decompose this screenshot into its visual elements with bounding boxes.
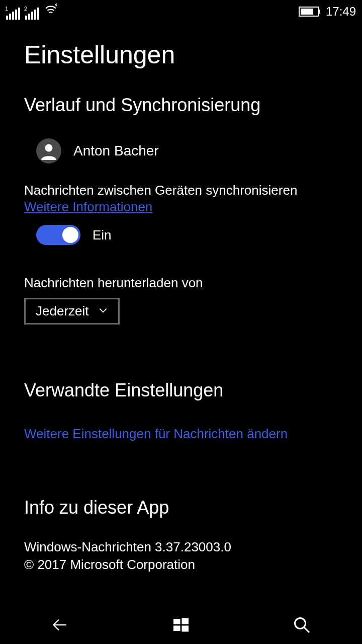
sync-toggle-label: Ein — [93, 227, 112, 243]
signal-sim1-icon: 1 — [6, 8, 20, 20]
battery-icon — [299, 7, 319, 17]
download-select-value: Jederzeit — [36, 303, 89, 319]
chevron-down-icon — [98, 303, 108, 319]
more-info-link[interactable]: Weitere Informationen — [24, 199, 152, 215]
svg-point-0 — [45, 144, 53, 152]
history-section-title: Verlauf und Synchronisierung — [24, 95, 338, 116]
related-section-title: Verwandte Einstellungen — [24, 380, 338, 401]
user-row[interactable]: Anton Bacher — [24, 138, 338, 164]
download-select[interactable]: Jederzeit — [24, 298, 120, 325]
svg-rect-1 — [173, 619, 180, 624]
back-button[interactable] — [45, 610, 75, 640]
sim2-label: 2 — [24, 6, 27, 12]
sync-toggle-row: Ein — [24, 225, 338, 245]
about-copyright: © 2017 Microsoft Corporation — [24, 556, 338, 574]
search-button[interactable] — [287, 610, 317, 640]
about-section-title: Info zu dieser App — [24, 497, 338, 518]
signal-sim2-icon: 2 — [25, 8, 39, 20]
toggle-knob — [62, 227, 78, 243]
user-name: Anton Bacher — [73, 143, 159, 159]
status-bar: 1 2 17:49 — [0, 0, 362, 20]
svg-point-5 — [295, 618, 306, 628]
clock: 17:49 — [326, 5, 356, 19]
sync-toggle[interactable] — [36, 225, 80, 245]
status-left: 1 2 — [6, 4, 57, 20]
avatar-icon — [36, 138, 61, 164]
status-right: 17:49 — [299, 5, 356, 19]
sync-description: Nachrichten zwischen Geräten synchronisi… — [24, 183, 338, 198]
about-app-version: Windows-Nachrichten 3.37.23003.0 — [24, 538, 338, 556]
nav-bar — [0, 605, 362, 644]
wifi-icon — [44, 4, 57, 20]
svg-rect-2 — [182, 618, 189, 624]
related-settings-link[interactable]: Weitere Einstellungen für Nachrichten än… — [24, 426, 338, 442]
page-title: Einstellungen — [24, 40, 338, 69]
sim1-label: 1 — [5, 6, 8, 12]
svg-rect-4 — [182, 625, 189, 631]
content: Einstellungen Verlauf und Synchronisieru… — [0, 40, 362, 574]
svg-rect-3 — [173, 625, 180, 631]
windows-home-button[interactable] — [166, 610, 196, 640]
download-from-label: Nachrichten herunterladen von — [24, 275, 338, 291]
